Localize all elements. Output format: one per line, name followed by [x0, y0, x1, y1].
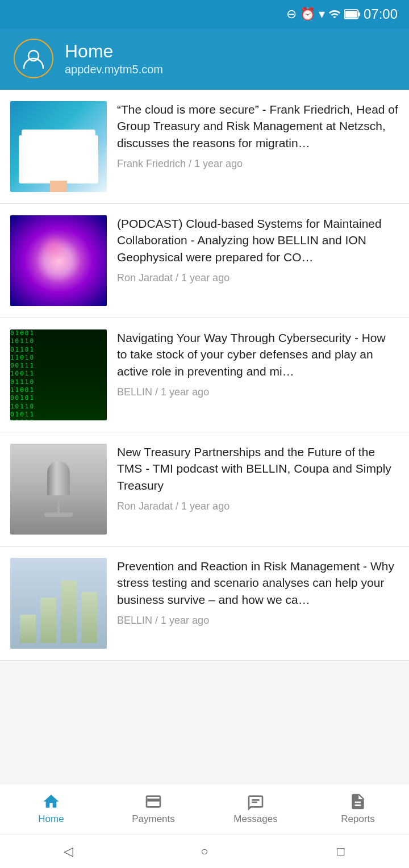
nav-item-home[interactable]: Home: [0, 783, 102, 834]
messages-icon: [247, 792, 265, 811]
nav-label-payments: Payments: [132, 813, 175, 825]
wifi-icon: ▾: [319, 7, 325, 22]
news-title: (PODCAST) Cloud-based Systems for Mainta…: [117, 215, 399, 265]
news-author: Frank Friedrich: [117, 158, 186, 169]
nav-item-payments[interactable]: Payments: [102, 783, 204, 834]
back-button[interactable]: ◁: [54, 837, 82, 866]
list-item[interactable]: New Treasury Partnerships and the Future…: [0, 432, 409, 546]
news-thumbnail: [10, 215, 107, 306]
nav-label-messages: Messages: [233, 813, 277, 825]
news-separator: /: [176, 500, 181, 512]
news-title: Navigating Your Way Through Cybersecurit…: [117, 329, 399, 379]
news-list: “The cloud is more secure” - Frank Fried…: [0, 90, 409, 661]
news-time: 1 year ago: [161, 615, 209, 626]
svg-rect-1: [358, 12, 360, 16]
signal-icon: [328, 8, 341, 20]
bottom-navigation: Home Payments Messages Reports: [0, 783, 409, 834]
news-content: (PODCAST) Cloud-based Systems for Mainta…: [117, 215, 399, 284]
header-text: Home appdev.mytm5.com: [65, 41, 163, 76]
news-title: Prevention and Reaction in Risk Manageme…: [117, 558, 399, 608]
nav-item-messages[interactable]: Messages: [204, 783, 307, 834]
header-subtitle: appdev.mytm5.com: [65, 63, 163, 76]
news-time: 1 year ago: [181, 500, 229, 512]
app-header: Home appdev.mytm5.com: [0, 28, 409, 90]
news-title: “The cloud is more secure” - Frank Fried…: [117, 101, 399, 151]
recents-icon: □: [337, 844, 344, 859]
nav-label-home: Home: [38, 813, 64, 825]
news-meta: Frank Friedrich / 1 year ago: [117, 158, 399, 170]
news-time: 1 year ago: [161, 386, 209, 398]
news-thumbnail: 0100110110011011101000111100110111011001…: [10, 329, 107, 420]
news-separator: /: [176, 272, 181, 283]
news-thumbnail: [10, 558, 107, 649]
reports-icon: [349, 792, 367, 811]
news-author: BELLIN: [117, 386, 152, 398]
news-author: BELLIN: [117, 615, 152, 626]
matrix-visual: 0100110110011011101000111100110111011001…: [10, 329, 107, 420]
bar-4: [81, 592, 97, 643]
svg-rect-2: [345, 11, 357, 18]
news-meta: Ron Jaradat / 1 year ago: [117, 500, 399, 512]
news-time: 1 year ago: [181, 272, 229, 283]
nav-label-reports: Reports: [341, 813, 375, 825]
news-author: Ron Jaradat: [117, 500, 173, 512]
news-content: Navigating Your Way Through Cybersecurit…: [117, 329, 399, 398]
list-item[interactable]: Prevention and Reaction in Risk Manageme…: [0, 546, 409, 661]
news-content: “The cloud is more secure” - Frank Fried…: [117, 101, 399, 170]
list-item[interactable]: (PODCAST) Cloud-based Systems for Mainta…: [0, 204, 409, 318]
status-time: 07:00: [364, 6, 398, 22]
page-title: Home: [65, 41, 163, 62]
home-system-icon: ○: [201, 844, 208, 859]
news-author: Ron Jaradat: [117, 272, 173, 283]
alarm-icon: ⏰: [300, 7, 315, 22]
news-meta: BELLIN / 1 year ago: [117, 615, 399, 627]
news-thumbnail: [10, 101, 107, 192]
home-icon: [42, 792, 60, 811]
system-navigation: ◁ ○ □: [0, 834, 409, 868]
avatar[interactable]: [14, 39, 53, 78]
back-icon: ◁: [64, 844, 73, 859]
list-item[interactable]: 0100110110011011101000111100110111011001…: [0, 318, 409, 432]
cloud-image-icon: [36, 147, 81, 172]
recents-button[interactable]: □: [327, 837, 355, 866]
news-separator: /: [155, 615, 161, 626]
news-separator: /: [155, 386, 161, 398]
news-meta: BELLIN / 1 year ago: [117, 386, 399, 398]
bar-3: [61, 581, 77, 643]
news-time: 1 year ago: [194, 158, 243, 169]
payments-icon: [144, 792, 162, 811]
list-item[interactable]: “The cloud is more secure” - Frank Fried…: [0, 90, 409, 204]
user-icon: [20, 45, 47, 72]
news-separator: /: [189, 158, 194, 169]
news-content: New Treasury Partnerships and the Future…: [117, 444, 399, 512]
bar-1: [20, 615, 36, 643]
news-meta: Ron Jaradat / 1 year ago: [117, 272, 399, 284]
mic-icon: [44, 461, 73, 517]
battery-icon: [344, 8, 360, 20]
nav-item-reports[interactable]: Reports: [307, 783, 409, 834]
minus-circle-icon: ⊖: [286, 7, 297, 22]
status-bar: ⊖ ⏰ ▾ 07:00: [0, 0, 409, 28]
home-button[interactable]: ○: [190, 837, 219, 866]
bar-2: [40, 598, 56, 643]
news-content: Prevention and Reaction in Risk Manageme…: [117, 558, 399, 627]
news-title: New Treasury Partnerships and the Future…: [117, 444, 399, 494]
status-icons: ⊖ ⏰ ▾ 07:00: [286, 6, 398, 22]
news-thumbnail: [10, 444, 107, 535]
